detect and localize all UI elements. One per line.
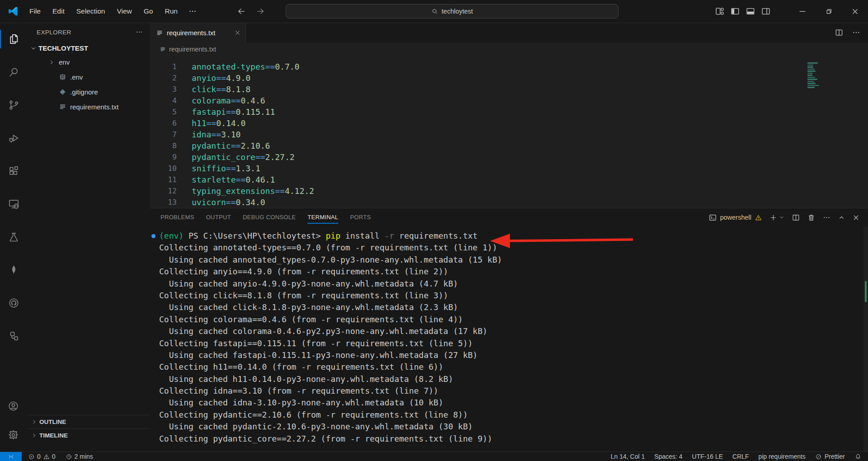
file-item--gitignore[interactable]: .gitignore	[27, 85, 150, 99]
menu-go[interactable]: Go	[138, 0, 159, 23]
minimap-line	[807, 69, 815, 70]
line-content: uvicorn==0.34.0	[192, 197, 265, 208]
activity-source-control[interactable]	[0, 89, 27, 122]
section-label: OUTLINE	[39, 419, 66, 425]
breadcrumb-label: requirements.txt	[169, 46, 216, 53]
line-number: 9	[150, 151, 177, 163]
kill-terminal-icon[interactable]	[807, 213, 816, 222]
search-icon	[8, 66, 20, 78]
minimap-line	[807, 75, 812, 76]
remote-icon	[8, 198, 20, 210]
line-content: pydantic==2.10.6	[192, 140, 270, 151]
minimize-button[interactable]	[789, 0, 816, 23]
menu-view[interactable]: View	[111, 0, 137, 23]
minimap[interactable]	[807, 62, 822, 89]
panel-tab-terminal[interactable]: TERMINAL	[303, 208, 343, 226]
toggle-secondary-sidebar-icon[interactable]	[761, 6, 771, 16]
split-terminal-icon[interactable]	[792, 213, 800, 222]
titlebar: FileEditSelectionViewGoRun techloytest	[0, 0, 868, 23]
activity-run-and-debug[interactable]	[0, 122, 27, 155]
panel-tab-problems[interactable]: PROBLEMS	[156, 208, 199, 226]
go-forward-button[interactable]	[256, 7, 265, 16]
menu-run[interactable]: Run	[159, 0, 183, 23]
maximize-panel-icon[interactable]	[838, 214, 845, 221]
code-line-13: 13uvicorn==0.34.0	[150, 197, 868, 208]
panel-tab-ports[interactable]: PORTS	[345, 208, 375, 226]
go-back-button[interactable]	[237, 7, 246, 16]
terminal-output-line: Collecting anyio==4.9.0 (from -r require…	[159, 266, 863, 278]
editor-content[interactable]: 1annotated-types==0.7.02anyio==4.9.03cli…	[150, 56, 868, 213]
split-editor-icon[interactable]	[835, 28, 844, 37]
project-root-techloytest[interactable]: TECHLOYTEST	[27, 42, 150, 55]
remote-indicator[interactable]	[0, 452, 22, 461]
explorer-actions-icon[interactable]	[135, 28, 143, 36]
problems-status[interactable]: 0 0	[28, 453, 56, 460]
terminal-instance-powershell[interactable]: powershell	[708, 213, 762, 222]
status-formatter[interactable]: Prettier	[815, 453, 845, 460]
panel-actions: powershell	[708, 213, 868, 222]
terminal-dropdown-icon[interactable]	[778, 214, 785, 221]
command-center-search[interactable]: techloytest	[286, 4, 618, 19]
errors-count: 0	[37, 453, 41, 460]
file-item-env[interactable]: env	[27, 55, 150, 70]
status-indentation[interactable]: Spaces: 4	[654, 453, 682, 460]
panel-tab-debug-console[interactable]: DEBUG CONSOLE	[238, 208, 300, 226]
activity-github[interactable]	[0, 287, 27, 320]
new-terminal-icon[interactable]	[769, 213, 778, 222]
line-content: anyio==4.9.0	[192, 72, 250, 84]
file-item-requirements-txt[interactable]: requirements.txt	[27, 99, 150, 114]
session-timer[interactable]: 2 mins	[66, 453, 93, 460]
panel-tab-output[interactable]: OUTPUT	[202, 208, 236, 226]
line-content: starlette==0.46.1	[192, 174, 275, 185]
activity-testing[interactable]	[0, 221, 27, 254]
status-language-mode[interactable]: pip requirements	[759, 453, 806, 460]
line-content: idna==3.10	[192, 129, 241, 140]
status-label: CRLF	[732, 453, 749, 460]
activity-accounts[interactable]	[0, 391, 27, 420]
line-content: click==8.1.8	[192, 84, 250, 95]
panel-more-icon[interactable]	[822, 213, 831, 222]
close-window-button[interactable]	[842, 0, 868, 23]
toggle-panel-icon[interactable]	[745, 6, 755, 16]
activity-search[interactable]	[0, 56, 27, 89]
notifications-bell-icon[interactable]	[854, 453, 862, 460]
files-icon	[8, 33, 20, 45]
terminal-output-line: Collecting pydantic_core==2.27.2 (from -…	[159, 433, 863, 445]
section-outline[interactable]: OUTLINE	[27, 415, 150, 428]
menu-selection[interactable]: Selection	[71, 0, 111, 23]
explorer-title: EXPLORER	[37, 29, 71, 36]
line-number: 1	[150, 61, 177, 72]
command-decoration-dot	[151, 234, 156, 238]
terminal-output[interactable]: (env) PS C:\Users\HP\techloytest> pip in…	[150, 226, 863, 456]
status-encoding[interactable]: UTF-16 LE	[692, 453, 723, 460]
status-cursor-position[interactable]: Ln 14, Col 1	[611, 453, 645, 460]
menu-edit[interactable]: Edit	[47, 0, 71, 23]
activity-settings[interactable]	[0, 420, 27, 449]
menu-overflow[interactable]	[184, 7, 202, 16]
activity-containers[interactable]	[0, 320, 27, 353]
customize-layout-icon[interactable]	[715, 6, 725, 16]
section-timeline[interactable]: TIMELINE	[27, 428, 150, 442]
activity-explorer[interactable]	[0, 23, 27, 56]
breadcrumb[interactable]: requirements.txt	[150, 42, 868, 56]
file-item--env[interactable]: .env	[27, 70, 150, 85]
menu-file[interactable]: File	[24, 0, 47, 23]
activity-mongodb[interactable]	[0, 254, 27, 287]
terminal-output-line: Using cached h11-0.14.0-py3-none-any.whl…	[159, 373, 863, 385]
more-actions-icon[interactable]	[852, 28, 861, 37]
code-line-1: 1annotated-types==0.7.0	[150, 61, 868, 72]
activity-remote-explorer[interactable]	[0, 188, 27, 221]
line-number: 11	[150, 174, 177, 185]
line-content: colorama==0.4.6	[192, 95, 265, 106]
restore-button[interactable]	[816, 0, 842, 23]
toggle-primary-sidebar-icon[interactable]	[730, 6, 740, 16]
minimap-line	[807, 65, 813, 66]
text-file-icon	[59, 103, 66, 111]
terminal-output-line: Using cached anyio-4.9.0-py3-none-any.wh…	[159, 278, 863, 290]
status-eol-sequence[interactable]: CRLF	[732, 453, 749, 460]
minimap-line	[807, 77, 815, 78]
close-panel-icon[interactable]	[852, 214, 860, 221]
activity-extensions[interactable]	[0, 155, 27, 188]
tab-requirements-txt[interactable]: requirements.txt	[150, 23, 246, 42]
close-tab-icon[interactable]	[234, 29, 241, 36]
